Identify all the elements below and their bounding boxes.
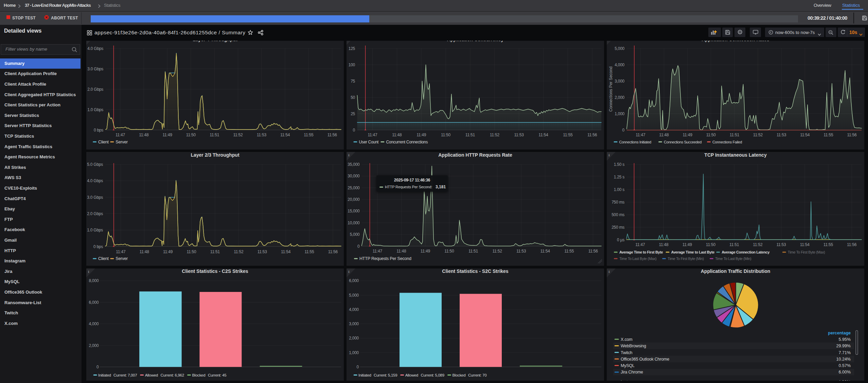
svg-text:11:54: 11:54 bbox=[800, 133, 810, 137]
svg-text:250 ms: 250 ms bbox=[612, 225, 624, 230]
svg-text:11:47: 11:47 bbox=[116, 133, 125, 137]
svg-text:11:56: 11:56 bbox=[847, 133, 857, 137]
svg-text:75: 75 bbox=[351, 79, 355, 84]
svg-text:4.90%: 4.90% bbox=[838, 379, 851, 381]
svg-text:4,000: 4,000 bbox=[349, 307, 359, 312]
svg-text:11:56: 11:56 bbox=[588, 248, 598, 253]
svg-text:11:54: 11:54 bbox=[541, 248, 550, 253]
svg-text:3,000: 3,000 bbox=[349, 321, 359, 326]
svg-text:11:50: 11:50 bbox=[444, 248, 454, 253]
svg-text:11:47: 11:47 bbox=[368, 133, 377, 137]
svg-text:Initiated: Initiated bbox=[98, 373, 111, 377]
svg-text:11:49: 11:49 bbox=[163, 249, 173, 254]
svg-text:20,000: 20,000 bbox=[348, 197, 360, 202]
svg-text:Average Time to Last Byte: Average Time to Last Byte bbox=[671, 250, 715, 254]
svg-text:11:50: 11:50 bbox=[186, 133, 196, 137]
svg-text:25: 25 bbox=[351, 111, 355, 116]
svg-text:11:56: 11:56 bbox=[328, 249, 338, 254]
svg-text:Current: 5,089: Current: 5,089 bbox=[421, 373, 444, 377]
svg-text:Average Connection Latency: Average Connection Latency bbox=[722, 250, 770, 254]
svg-text:0 bps: 0 bps bbox=[94, 128, 103, 133]
svg-text:8,000: 8,000 bbox=[89, 278, 99, 283]
svg-text:11:48: 11:48 bbox=[659, 133, 669, 137]
svg-text:percentage: percentage bbox=[828, 330, 851, 335]
svg-text:Current: 7,007: Current: 7,007 bbox=[113, 373, 137, 377]
svg-text:11:53: 11:53 bbox=[257, 133, 267, 137]
svg-text:Blocked: Blocked bbox=[453, 373, 466, 377]
svg-text:1.0 Gbps: 1.0 Gbps bbox=[87, 228, 103, 232]
svg-text:6,000: 6,000 bbox=[89, 300, 99, 304]
svg-text:2,000: 2,000 bbox=[615, 95, 624, 100]
svg-text:Office365 Outlook Chrome: Office365 Outlook Chrome bbox=[621, 356, 669, 361]
svg-text:Concurrent Connections: Concurrent Connections bbox=[386, 140, 428, 144]
svg-text:5.95%: 5.95% bbox=[839, 337, 851, 342]
svg-text:1.50 s: 1.50 s bbox=[614, 162, 624, 167]
svg-text:25,000: 25,000 bbox=[348, 185, 360, 190]
svg-text:500 ms: 500 ms bbox=[612, 212, 624, 217]
svg-text:4,000: 4,000 bbox=[615, 63, 624, 67]
svg-text:Average Time to First Byte: Average Time to First Byte bbox=[619, 250, 663, 254]
svg-text:11:54: 11:54 bbox=[280, 133, 290, 137]
svg-text:Current: 45: Current: 45 bbox=[208, 373, 226, 377]
svg-text:4,000: 4,000 bbox=[89, 321, 99, 326]
svg-text:Current: 70: Current: 70 bbox=[468, 373, 486, 377]
svg-text:750 ms: 750 ms bbox=[612, 200, 624, 205]
svg-text:35,000: 35,000 bbox=[348, 162, 360, 167]
svg-text:Connections Per Second: Connections Per Second bbox=[608, 67, 613, 112]
svg-text:6,000: 6,000 bbox=[349, 278, 359, 283]
svg-text:Time To First Byte (Max): Time To First Byte (Max) bbox=[788, 250, 825, 254]
svg-text:Allowed: Allowed bbox=[405, 373, 418, 377]
svg-text:Twitch: Twitch bbox=[621, 350, 632, 355]
svg-text:11:54: 11:54 bbox=[800, 242, 810, 247]
svg-text:11:48: 11:48 bbox=[396, 248, 406, 253]
svg-text:11:55: 11:55 bbox=[823, 242, 833, 247]
svg-text:3,000: 3,000 bbox=[615, 79, 624, 84]
svg-text:11:49: 11:49 bbox=[417, 133, 426, 137]
svg-text:11:50: 11:50 bbox=[706, 133, 716, 137]
svg-text:1,000: 1,000 bbox=[615, 111, 624, 116]
svg-text:11:52: 11:52 bbox=[493, 248, 502, 253]
svg-text:Server: Server bbox=[116, 256, 128, 261]
svg-text:Allowed: Allowed bbox=[145, 373, 158, 377]
svg-text:MySQL: MySQL bbox=[621, 363, 635, 368]
svg-text:11:53: 11:53 bbox=[777, 133, 786, 137]
svg-text:0: 0 bbox=[96, 364, 99, 369]
svg-text:11:47: 11:47 bbox=[635, 242, 645, 247]
svg-text:11:51: 11:51 bbox=[468, 248, 478, 253]
svg-text:100: 100 bbox=[349, 63, 355, 67]
svg-text:11:52: 11:52 bbox=[753, 242, 763, 247]
svg-text:WebBrowsing: WebBrowsing bbox=[621, 344, 646, 348]
svg-text:11:52: 11:52 bbox=[753, 133, 763, 137]
svg-text:11:53: 11:53 bbox=[516, 248, 526, 253]
svg-text:HTTP Requests Per Second: HTTP Requests Per Second bbox=[359, 256, 411, 261]
svg-text:Jira Chrome: Jira Chrome bbox=[621, 370, 643, 375]
svg-text:11:54: 11:54 bbox=[538, 133, 548, 137]
svg-text:11:49: 11:49 bbox=[683, 242, 692, 247]
svg-text:11:48: 11:48 bbox=[140, 249, 149, 254]
svg-text:11:50: 11:50 bbox=[187, 249, 196, 254]
svg-text:2,000: 2,000 bbox=[89, 343, 99, 348]
svg-text:11:51: 11:51 bbox=[210, 133, 219, 137]
svg-text:11:48: 11:48 bbox=[392, 133, 402, 137]
svg-text:7.71%: 7.71% bbox=[839, 350, 851, 355]
svg-text:11:54: 11:54 bbox=[281, 249, 291, 254]
svg-text:User Count: User Count bbox=[359, 140, 379, 144]
svg-text:11:51: 11:51 bbox=[729, 242, 739, 247]
svg-text:11:52: 11:52 bbox=[233, 133, 243, 137]
svg-text:5,000: 5,000 bbox=[350, 232, 360, 237]
svg-text:11:52: 11:52 bbox=[490, 133, 500, 137]
svg-text:11:56: 11:56 bbox=[327, 133, 337, 137]
svg-text:11:55: 11:55 bbox=[304, 133, 314, 137]
svg-text:11:48: 11:48 bbox=[139, 133, 149, 137]
svg-text:11:56: 11:56 bbox=[587, 133, 597, 137]
svg-text:11:53: 11:53 bbox=[514, 133, 524, 137]
svg-text:11:49: 11:49 bbox=[421, 248, 430, 253]
svg-text:10,000: 10,000 bbox=[348, 220, 360, 225]
svg-text:10.24%: 10.24% bbox=[836, 356, 851, 361]
svg-text:1.25 s: 1.25 s bbox=[614, 175, 624, 179]
svg-text:11:51: 11:51 bbox=[730, 133, 740, 137]
svg-text:Time To First Byte (Min): Time To First Byte (Min) bbox=[668, 257, 704, 261]
svg-text:Current: 6,962: Current: 6,962 bbox=[161, 373, 184, 377]
svg-text:11:47: 11:47 bbox=[636, 133, 645, 137]
svg-text:11:48: 11:48 bbox=[659, 242, 669, 247]
